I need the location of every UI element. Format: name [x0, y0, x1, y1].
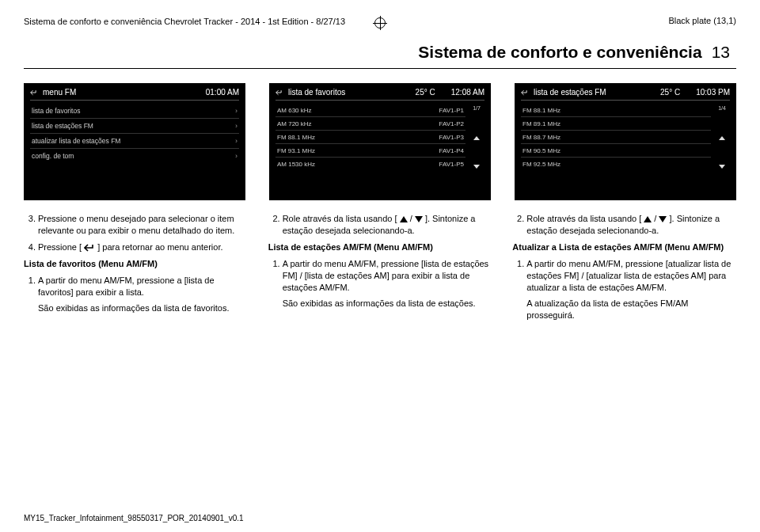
step-1: A partir do menu AM/FM, pressione [atual… [526, 258, 736, 294]
screen2-temp: 25° C [416, 88, 435, 97]
row-right: FAV1-P2 [439, 120, 464, 127]
triangle-up-icon [400, 216, 408, 222]
screen3-time: 10:03 PM [696, 88, 730, 97]
step-text: ] para retornar ao menu anterior. [97, 242, 222, 252]
screenshot-menu-fm: menu FM 01:00 AM lista de favoritos› lis… [24, 83, 245, 200]
screen3-header: lista de estações FM 25° C 10:03 PM [521, 88, 730, 101]
row-right: FAV1-P5 [439, 161, 464, 168]
list-item-label: atualizar lista de estações FM [32, 137, 120, 145]
subhead-favorites: Lista de favoritos (Menu AM/FM) [24, 258, 248, 270]
list-item[interactable]: AM 720 kHzFAV1-P2 [276, 117, 466, 131]
list-item[interactable]: AM 630 kHzFAV1-P1 [276, 104, 466, 117]
scroll-down-icon[interactable] [473, 165, 480, 169]
header-left-text: Sistema de conforto e conveniência Chevr… [24, 16, 345, 27]
scroll-up-icon[interactable] [719, 136, 725, 140]
list-item[interactable]: FM 89.1 MHz [521, 117, 711, 131]
row-left: AM 720 kHz [277, 120, 312, 127]
page-header: Sistema de conforto e conveniência Chevr… [24, 16, 736, 27]
step-1: A partir do menu AM/FM, pressione [lista… [283, 258, 492, 294]
row-label: FM 89.1 MHz [522, 120, 560, 127]
list-item[interactable]: atualizar lista de estações FM› [30, 134, 239, 149]
crop-mark-icon [374, 17, 386, 28]
footer-text: MY15_Tracker_Infotainment_98550317_POR_2… [24, 514, 244, 522]
scroll-up-icon[interactable] [473, 136, 480, 140]
triangle-down-icon [415, 216, 423, 222]
row-label: FM 92.5 MHz [522, 161, 560, 168]
subhead-update: Atualizar a Lista de estações AM/FM (Men… [512, 241, 736, 253]
row-right: FAV1-P1 [439, 107, 464, 114]
step-4: Pressione [ ] para retornar ao menu ante… [38, 241, 248, 253]
back-icon[interactable] [30, 89, 38, 97]
step-2: Role através da lista usando [ / ]. Sint… [526, 213, 736, 237]
step-text: Role através da lista usando [ [283, 214, 397, 223]
screenshot-stations: lista de estações FM 25° C 10:03 PM FM 8… [515, 83, 736, 200]
step-text: Pressione [ [38, 242, 82, 252]
row-label: FM 90.5 MHz [522, 147, 560, 154]
page-title-row: Sistema de conforto e conveniência 13 [24, 43, 736, 62]
chevron-right-icon: › [235, 122, 238, 130]
screen1-header: menu FM 01:00 AM [30, 88, 239, 101]
row-left: FM 88.1 MHz [277, 134, 315, 141]
list-item-label: config. de tom [32, 152, 74, 160]
page-number: 13 [712, 43, 730, 62]
screen2-header: lista de favoritos 25° C 12:08 AM [276, 88, 484, 101]
row-label: FM 88.7 MHz [522, 134, 560, 141]
list-item[interactable]: FM 92.5 MHz [521, 158, 711, 170]
list-item[interactable]: config. de tom› [30, 149, 239, 163]
title-divider [24, 68, 736, 69]
screen2-title: lista de favoritos [288, 88, 345, 97]
screenshot-favorites: lista de favoritos 25° C 12:08 AM AM 630… [269, 83, 491, 200]
list-item[interactable]: FM 90.5 MHz [521, 144, 711, 158]
body-paragraph: A atualização da lista de estações FM/AM… [526, 298, 736, 321]
list-item[interactable]: AM 1530 kHzFAV1-P5 [276, 158, 466, 170]
screen3-temp: 25° C [660, 88, 680, 97]
screen3-title: lista de estações FM [534, 88, 606, 97]
list-item[interactable]: FM 88.1 MHz [521, 104, 711, 117]
page-counter: 1/4 [718, 105, 726, 111]
triangle-down-icon [659, 216, 667, 222]
list-item[interactable]: lista de favoritos› [30, 104, 239, 119]
screen1-title: menu FM [43, 88, 76, 97]
page-title: Sistema de conforto e conveniência [418, 43, 701, 62]
header-right-text: Black plate (13,1) [668, 16, 736, 25]
step-1: A partir do menu AM/FM, pressione a [lis… [38, 275, 248, 298]
chevron-right-icon: › [235, 152, 238, 160]
row-left: AM 1530 kHz [277, 161, 315, 168]
chevron-right-icon: › [235, 137, 238, 145]
step-3: Pressione o menu desejado para seleciona… [38, 213, 248, 237]
row-left: FM 93.1 MHz [277, 147, 315, 154]
step-text: Role através da lista usando [ [526, 214, 641, 223]
screen2-time: 12:08 AM [451, 88, 484, 97]
body-paragraph: São exibidas as informações da lista de … [38, 302, 248, 314]
list-item-label: lista de estações FM [32, 122, 93, 130]
subhead-stations: Lista de estações AM/FM (Menu AM/FM) [268, 241, 492, 253]
page-counter: 1/7 [473, 105, 481, 111]
list-item[interactable]: lista de estações FM› [30, 119, 239, 134]
step-2: Role através da lista usando [ / ]. Sint… [283, 213, 492, 237]
row-right: FAV1-P4 [439, 147, 464, 154]
list-item[interactable]: FM 88.7 MHz [521, 131, 711, 144]
row-label: FM 88.1 MHz [522, 107, 560, 114]
return-icon [84, 244, 95, 252]
chevron-right-icon: › [235, 107, 238, 115]
screenshots-row: menu FM 01:00 AM lista de favoritos› lis… [24, 83, 736, 200]
list-item-label: lista de favoritos [32, 107, 80, 115]
body-paragraph: São exibidas as informações da lista de … [283, 298, 492, 310]
row-left: AM 630 kHz [277, 107, 312, 114]
scroll-down-icon[interactable] [719, 165, 725, 169]
triangle-up-icon [644, 216, 652, 222]
screen1-time: 01:00 AM [206, 88, 239, 97]
list-item[interactable]: FM 88.1 MHzFAV1-P3 [276, 131, 466, 144]
back-icon[interactable] [276, 89, 283, 97]
list-item[interactable]: FM 93.1 MHzFAV1-P4 [276, 144, 466, 158]
back-icon[interactable] [521, 89, 529, 97]
body-text-columns: Pressione o menu desejado para seleciona… [24, 213, 736, 321]
row-right: FAV1-P3 [439, 134, 464, 141]
